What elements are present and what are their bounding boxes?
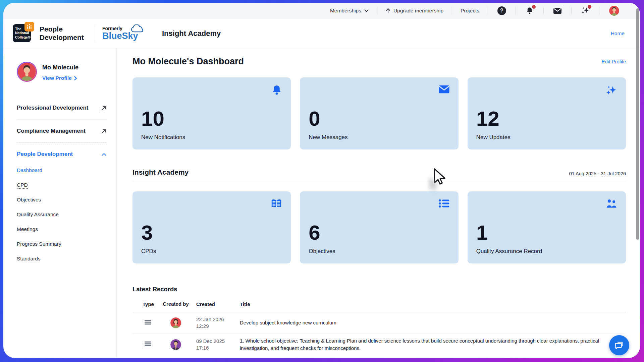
created-date: 22 Jan 2026 — [196, 316, 233, 323]
sidebar-item-standards[interactable]: Standards — [17, 251, 107, 266]
notifications-button[interactable] — [524, 5, 535, 16]
created-time: 17:16 — [196, 345, 233, 351]
account-avatar-button[interactable] — [608, 4, 621, 17]
record-created: 09 Dec 2025 17:16 — [190, 338, 233, 352]
sidebar-item-meetings[interactable]: Meetings — [17, 222, 107, 237]
created-time: 12:29 — [196, 323, 233, 329]
stat-cards-row: 10 New Notifications 0 New Messages — [132, 77, 626, 149]
section-label: Professional Development — [17, 105, 89, 111]
external-link-icon — [101, 129, 106, 134]
chevron-right-icon — [74, 76, 77, 80]
card-new-updates[interactable]: 12 New Updates — [468, 77, 626, 149]
notification-badge-dot — [532, 5, 536, 9]
sparkles-icon — [606, 85, 617, 98]
column-header-type: Type — [132, 301, 162, 307]
messages-button[interactable] — [552, 5, 563, 16]
sidebar-item-compliance-management[interactable]: Compliance Management — [17, 124, 107, 138]
divider — [516, 7, 516, 14]
whats-new-badge-dot — [588, 5, 591, 9]
bell-icon — [271, 85, 282, 98]
sidebar-item-quality-assurance[interactable]: Quality Assurance — [17, 207, 107, 222]
table-row[interactable]: 09 Dec 2025 17:16 1. Whole school object… — [132, 334, 626, 355]
projects-label: Projects — [461, 8, 479, 14]
logo-line: National — [15, 31, 31, 35]
mail-icon — [553, 7, 562, 14]
table-row[interactable]: 22 Jan 2026 12:29 Develop subject knowle… — [132, 312, 626, 334]
view-profile-link[interactable]: View Profile — [42, 75, 78, 81]
column-header-created: Created — [190, 301, 233, 307]
record-type-icon — [132, 342, 162, 348]
external-link-icon — [101, 106, 106, 111]
chat-fab-button[interactable] — [609, 335, 629, 355]
brand-title: People Development — [40, 25, 91, 42]
sidebar: Mo Molecule View Profile Professional De… — [3, 48, 117, 358]
card-label: New Notifications — [141, 134, 282, 141]
cloud-icon — [130, 24, 145, 35]
whats-new-button[interactable] — [580, 5, 591, 16]
section-label: Compliance Management — [17, 128, 86, 134]
record-type-icon — [132, 320, 162, 326]
sidebar-item-objectives[interactable]: Objectives — [17, 192, 107, 207]
chevron-down-icon — [364, 9, 369, 12]
page-title: Mo Molecule's Dashboard — [132, 56, 244, 67]
card-new-notifications[interactable]: 10 New Notifications — [132, 77, 291, 149]
body-row: Mo Molecule View Profile Professional De… — [3, 48, 640, 358]
memberships-label: Memberships — [330, 8, 361, 14]
card-value: 3 — [141, 222, 282, 243]
divider — [599, 7, 599, 14]
help-button[interactable]: ? — [496, 5, 507, 16]
divider — [488, 7, 488, 14]
profile-text: Mo Molecule View Profile — [42, 62, 78, 82]
card-new-messages[interactable]: 0 New Messages — [300, 77, 458, 149]
sidebar-profile: Mo Molecule View Profile — [17, 62, 107, 82]
upgrade-membership-button[interactable]: Upgrade membership — [386, 8, 443, 14]
national-college-logo: The National College® — [13, 24, 34, 43]
card-value: 10 — [141, 108, 282, 129]
insight-academy-section-head: Insight Academy 01 Aug 2025 - 31 Jul 202… — [132, 168, 626, 182]
sidebar-item-cpd[interactable]: CPD — [17, 178, 107, 192]
arrow-up-icon — [386, 8, 390, 13]
divider — [543, 7, 544, 14]
divider — [94, 24, 94, 43]
view-profile-label: View Profile — [42, 75, 72, 81]
home-link[interactable]: Home — [611, 31, 625, 37]
projects-button[interactable]: Projects — [461, 8, 479, 14]
record-title: 1. Whole school objective: Teaching & Le… — [233, 337, 626, 352]
gradient-page-frame: Memberships Upgrade membership Projects … — [0, 0, 644, 362]
divider — [17, 142, 107, 143]
divider — [452, 7, 452, 14]
edit-profile-link[interactable]: Edit Profile — [601, 59, 626, 64]
brand-header: The National College® People Development… — [3, 19, 640, 48]
card-label: New Messages — [309, 134, 449, 141]
divider — [377, 7, 377, 14]
memberships-menu[interactable]: Memberships — [330, 8, 369, 14]
avatar — [170, 339, 182, 351]
card-value: 0 — [309, 108, 449, 129]
bar-chart-badge-icon — [24, 22, 34, 32]
card-label: New Updates — [476, 134, 617, 141]
card-value: 12 — [476, 108, 617, 129]
card-value: 1 — [476, 222, 617, 243]
chevron-up-icon — [102, 153, 106, 156]
sidebar-item-progress-summary[interactable]: Progress Summary — [17, 237, 107, 251]
upgrade-membership-label: Upgrade membership — [393, 8, 443, 14]
divider — [571, 7, 572, 14]
open-book-icon — [271, 199, 282, 210]
section-title: Insight Academy — [132, 168, 189, 176]
sidebar-item-people-development[interactable]: People Development — [17, 147, 107, 161]
product-name: Insight Academy — [162, 29, 221, 38]
vertical-scrollbar[interactable] — [636, 8, 639, 240]
card-label: CPDs — [141, 248, 282, 255]
logo-line: College® — [15, 35, 31, 40]
divider — [17, 119, 107, 120]
card-cpds[interactable]: 3 CPDs — [132, 191, 291, 263]
record-created: 22 Jan 2026 12:29 — [190, 316, 233, 330]
section-label: People Development — [17, 151, 73, 158]
sidebar-item-dashboard[interactable]: Dashboard — [17, 163, 107, 178]
latest-records-table: Type Created by Created Title 22 — [132, 298, 626, 355]
sidebar-item-professional-development[interactable]: Professional Development — [17, 101, 107, 115]
card-quality-assurance[interactable]: 1 Quality Assurance Record — [468, 191, 626, 263]
card-objectives[interactable]: 6 Objectives — [300, 191, 458, 263]
avatar — [18, 63, 36, 81]
top-utility-bar: Memberships Upgrade membership Projects … — [3, 3, 640, 19]
